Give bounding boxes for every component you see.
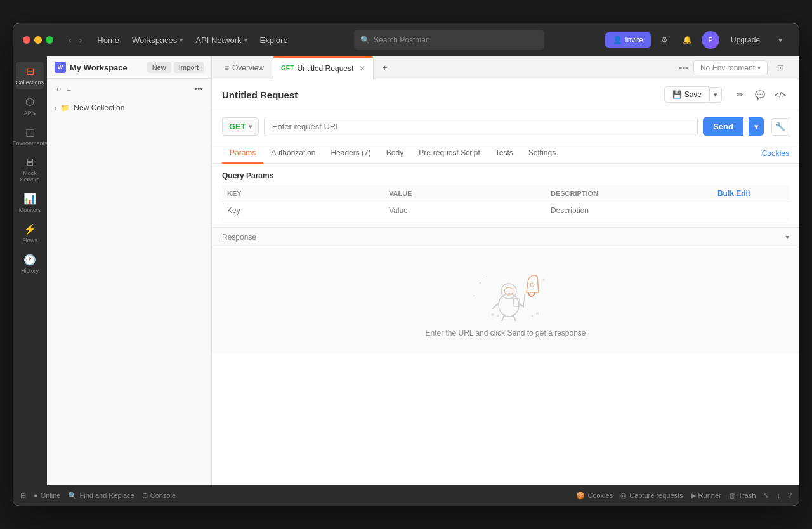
edit-icon[interactable]: ✏ [731,86,749,103]
sidebar-item-mock-servers[interactable]: 🖥 Mock Servers [16,153,44,186]
minimize-button[interactable] [34,36,42,44]
sidebar-item-monitors[interactable]: 📊 Monitors [16,189,44,217]
save-dropdown-button[interactable]: ▾ [709,87,722,103]
dropdown-button[interactable]: ▾ [771,31,789,49]
upgrade-button[interactable]: Upgrade [724,32,766,48]
traffic-lights [23,36,53,44]
beautify-icon[interactable]: 🔧 [771,118,789,136]
key-column-header: KEY [222,185,384,202]
tabs-bar: ≡ Overview GET Untitled Request ✕ + ••• … [212,56,799,79]
request-area: Untitled Request 💾 Save ▾ ✏ 💬 [212,79,799,485]
cookies-link[interactable]: Cookies [762,144,789,163]
sidebar-item-history[interactable]: 🕐 History [16,250,44,278]
runner-icon: ▶ [691,492,696,500]
workspaces-link[interactable]: Workspaces ▾ [127,33,188,48]
maximize-button[interactable] [46,36,53,44]
tab-headers[interactable]: Headers (7) [323,143,378,164]
explore-link[interactable]: Explore [255,33,293,48]
sidebar-toggle-icon[interactable]: ⊡ [771,59,789,77]
invite-button[interactable]: 👤 Invite [605,32,651,48]
history-icon: 🕐 [23,254,36,266]
sidebar-panel: W My Workspace New Import + ≡ ••• › 📁 Ne… [47,56,212,485]
import-button[interactable]: Import [174,62,204,73]
tabs-more-icon[interactable]: ••• [676,60,691,75]
comment-icon[interactable]: 💬 [751,86,769,103]
key-input[interactable] [227,206,379,215]
help-icon: ? [788,492,792,499]
trash-button[interactable]: 🗑 Trash [729,492,756,500]
capture-requests-button[interactable]: ◎ Capture requests [620,492,683,500]
tab-body[interactable]: Body [379,143,411,164]
tab-tests[interactable]: Tests [488,143,521,164]
sidebar-item-environments[interactable]: ◫ Environments [16,122,44,150]
forward-button[interactable]: › [77,32,85,48]
sidebar-item-apis[interactable]: ⬡ APIs [16,92,44,120]
tab-pre-request-script[interactable]: Pre-request Script [411,143,488,164]
url-input[interactable] [264,117,698,136]
help-button[interactable]: ? [788,492,792,500]
send-dropdown-button[interactable]: ▾ [749,117,764,136]
trash-icon: 🗑 [729,492,736,499]
method-selector[interactable]: GET ▾ [222,117,259,136]
scroll-icon: ↕ [776,492,780,499]
svg-point-11 [530,283,534,287]
apis-icon: ⬡ [25,96,34,108]
close-button[interactable] [23,36,30,44]
notification-button[interactable]: 🔔 [679,31,697,49]
svg-point-15 [543,279,545,281]
query-params-title: Query Params [222,171,789,180]
tab-authorization[interactable]: Authorization [263,143,323,164]
settings-button[interactable]: ⚙ [656,31,674,49]
tab-params[interactable]: Params [222,143,263,164]
panel-toolbar: + ≡ ••• [47,79,211,100]
value-input[interactable] [389,206,540,215]
svg-line-9 [502,315,504,321]
svg-point-0 [492,313,494,316]
save-button[interactable]: 💾 Save [664,86,709,103]
tab-close-icon[interactable]: ✕ [359,64,365,73]
capture-icon: ◎ [620,492,627,500]
search-bar[interactable]: 🔍 Search Postman [354,30,544,50]
astronaut-illustration [461,264,550,321]
more-options-icon[interactable]: ••• [192,82,205,96]
svg-point-3 [532,315,534,317]
sidebar-item-collections[interactable]: ⊟ Collections [16,62,44,89]
environment-selector[interactable]: No Environment ▾ [693,60,768,75]
tab-overview[interactable]: ≡ Overview [217,56,272,79]
invite-icon: 👤 [613,36,622,44]
new-button[interactable]: New [147,62,171,73]
sidebar-item-flows[interactable]: ⚡ Flows [16,219,44,247]
send-button[interactable]: Send [703,117,743,136]
back-button[interactable]: ‹ [66,32,74,48]
tab-untitled-request[interactable]: GET Untitled Request ✕ [273,56,374,79]
description-input[interactable] [551,206,702,215]
layout-icon: ⊟ [20,492,26,500]
api-network-link[interactable]: API Network ▾ [190,33,252,48]
find-replace-button[interactable]: 🔍 Find and Replace [68,492,134,500]
add-collection-icon[interactable]: + [53,82,62,96]
tab-settings[interactable]: Settings [521,143,563,164]
new-collection-item[interactable]: › 📁 New Collection [47,100,211,116]
request-header-actions: 💾 Save ▾ ✏ 💬 </> [664,86,789,103]
scroll-button[interactable]: ↕ [776,492,780,500]
overview-icon: ≡ [225,63,229,72]
mock-servers-icon: 🖥 [25,157,35,168]
console-button[interactable]: ⊡ Console [142,492,176,500]
filter-icon[interactable]: ≡ [65,82,74,96]
code-icon[interactable]: </> [771,86,789,103]
sidebar-layout-button[interactable]: ⊟ [20,492,26,500]
cookies-bottom-button[interactable]: 🍪 Cookies [576,492,613,500]
add-tab-button[interactable]: + [375,56,395,79]
save-group: 💾 Save ▾ [664,86,722,103]
request-tabs: Params Authorization Headers (7) Body Pr… [212,143,799,164]
bulk-edit-button[interactable]: Bulk Edit [712,185,756,202]
flows-icon: ⚡ [23,223,36,235]
method-chevron-icon: ▾ [249,123,252,130]
runner-button[interactable]: ▶ Runner [691,492,721,500]
avatar[interactable]: P [702,31,719,49]
home-link[interactable]: Home [92,33,124,48]
response-chevron-icon: ▾ [785,233,789,242]
expand-button[interactable]: ⤡ [763,492,769,500]
svg-point-13 [486,276,487,277]
svg-point-1 [497,315,499,317]
